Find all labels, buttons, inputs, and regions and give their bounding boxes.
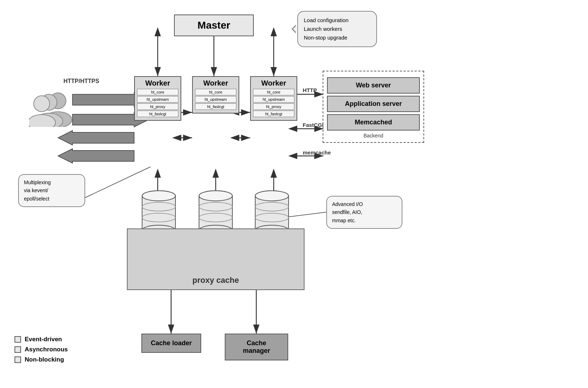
proxy-cache-label: proxy cache (192, 276, 239, 285)
legend-non-blocking: Non-blocking (15, 356, 68, 363)
legend-label-1: Asynchronous (25, 346, 68, 353)
legend-square-0 (15, 336, 21, 343)
svg-point-29 (34, 96, 50, 112)
cache-manager-box: Cache manager (225, 334, 288, 360)
worker-2-module-2: ht_fastcgi (195, 103, 236, 110)
svg-point-34 (142, 191, 175, 201)
svg-point-46 (255, 191, 289, 201)
legend-asynchronous: Asynchronous (15, 346, 68, 353)
worker-1: Worker ht_core ht_upstream ht_proxy ht_f… (134, 76, 181, 121)
arrows-overlay (0, 0, 588, 388)
diagram: HTTP/HTTPS Master Load configuration Lau… (0, 0, 588, 388)
worker-2-module-0: ht_core (195, 89, 236, 95)
legend-square-2 (15, 356, 21, 363)
fastcgi-label: FastCGI (303, 122, 324, 128)
users-icon (29, 91, 73, 127)
proxy-cache-box: proxy cache (127, 228, 305, 290)
memcache-label: memcache (303, 149, 331, 156)
backend-container: Web server Application server Memcached … (323, 71, 424, 143)
worker-3-module-0: ht_core (253, 89, 294, 95)
worker-3-module-2: ht_proxy (253, 103, 294, 110)
http-label: HTTP (303, 87, 317, 93)
worker-2-module-1: ht_upstream (195, 96, 236, 103)
legend-label-0: Event-driven (25, 336, 62, 343)
worker-1-module-3: ht_fastcgi (137, 111, 178, 117)
callout-line1: Load configuration (304, 17, 348, 23)
multiplex-text: Multiplexingvia kevent/epoll/select (24, 179, 51, 202)
memcached-box: Memcached (327, 114, 420, 131)
worker-3-module-3: ht_fastcgi (253, 111, 294, 117)
callout-line3: Non-stop upgrade (304, 34, 347, 41)
application-server-box: Application server (327, 96, 420, 112)
master-callout: Load configuration Launch workers Non-st… (297, 11, 377, 47)
worker-2-title: Worker (195, 79, 236, 87)
master-box: Master (174, 15, 254, 36)
worker-1-title: Worker (137, 79, 178, 87)
web-server-box: Web server (327, 77, 420, 94)
svg-marker-10 (58, 149, 134, 163)
callout-line2: Launch workers (304, 26, 342, 32)
worker-3-module-1: ht_upstream (253, 96, 294, 103)
multiplexing-callout: Multiplexingvia kevent/epoll/select (18, 174, 85, 207)
master-label: Master (198, 20, 230, 31)
worker-1-module-0: ht_core (137, 89, 178, 95)
worker-2: Worker ht_core ht_upstream ht_fastcgi (192, 76, 239, 113)
backend-label: Backend (327, 133, 420, 139)
http-https-label: HTTP/HTTPS (63, 78, 99, 84)
worker-1-module-1: ht_upstream (137, 96, 178, 103)
cache-manager-label: Cache manager (243, 339, 270, 354)
svg-point-40 (199, 191, 232, 201)
advanced-io-callout: Advanced I/Osendfile, AIO,mmap etc. (326, 196, 402, 229)
legend-event-driven: Event-driven (15, 336, 68, 343)
svg-marker-9 (58, 131, 134, 145)
cache-loader-label: Cache loader (151, 339, 192, 347)
legend-label-2: Non-blocking (25, 356, 64, 363)
cache-loader-box: Cache loader (141, 334, 201, 353)
legend: Event-driven Asynchronous Non-blocking (15, 333, 68, 366)
worker-1-module-2: ht_proxy (137, 103, 178, 110)
advanced-io-text: Advanced I/Osendfile, AIO,mmap etc. (332, 201, 363, 223)
worker-3: Worker ht_core ht_upstream ht_proxy ht_f… (250, 76, 297, 121)
legend-square-1 (15, 346, 21, 353)
worker-3-title: Worker (253, 79, 294, 87)
